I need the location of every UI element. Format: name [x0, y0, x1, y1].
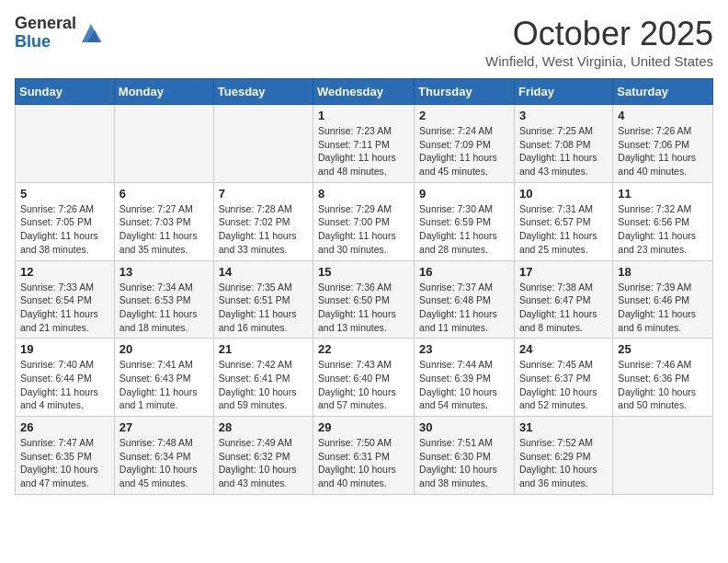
day-number: 20: [119, 342, 209, 356]
day-number: 27: [119, 420, 209, 434]
calendar-cell: 19Sunrise: 7:40 AMSunset: 6:44 PMDayligh…: [16, 339, 115, 417]
day-info: Sunrise: 7:38 AMSunset: 6:47 PMDaylight:…: [519, 281, 608, 335]
day-info: Sunrise: 7:31 AMSunset: 6:57 PMDaylight:…: [519, 202, 608, 257]
day-number: 19: [20, 342, 109, 356]
day-info: Sunrise: 7:48 AMSunset: 6:34 PMDaylight:…: [119, 436, 209, 490]
calendar-cell: 27Sunrise: 7:48 AMSunset: 6:34 PMDayligh…: [114, 417, 213, 495]
day-info: Sunrise: 7:45 AMSunset: 6:37 PMDaylight:…: [519, 358, 608, 412]
calendar-cell: 10Sunrise: 7:31 AMSunset: 6:57 PMDayligh…: [514, 182, 612, 260]
day-number: 25: [618, 342, 708, 356]
day-info: Sunrise: 7:27 AMSunset: 7:03 PMDaylight:…: [119, 202, 209, 257]
header-day-tuesday: Tuesday: [213, 79, 313, 105]
day-info: Sunrise: 7:35 AMSunset: 6:51 PMDaylight:…: [219, 281, 308, 335]
day-number: 5: [20, 187, 109, 201]
day-info: Sunrise: 7:43 AMSunset: 6:40 PMDaylight:…: [318, 358, 409, 412]
calendar-cell: 24Sunrise: 7:45 AMSunset: 6:37 PMDayligh…: [514, 339, 612, 417]
day-info: Sunrise: 7:44 AMSunset: 6:39 PMDaylight:…: [419, 358, 509, 412]
day-info: Sunrise: 7:24 AMSunset: 7:09 PMDaylight:…: [419, 124, 509, 178]
calendar-cell: 2Sunrise: 7:24 AMSunset: 7:09 PMDaylight…: [415, 105, 515, 183]
day-info: Sunrise: 7:23 AMSunset: 7:11 PMDaylight:…: [318, 124, 409, 178]
day-number: 14: [219, 265, 308, 279]
calendar-cell: 28Sunrise: 7:49 AMSunset: 6:32 PMDayligh…: [213, 417, 313, 495]
calendar-cell: [213, 105, 313, 183]
day-number: 10: [519, 187, 608, 201]
calendar-cell: 18Sunrise: 7:39 AMSunset: 6:46 PMDayligh…: [613, 260, 713, 339]
day-number: 24: [519, 342, 608, 356]
day-number: 26: [20, 420, 109, 434]
month-title: October 2025: [485, 15, 713, 53]
day-number: 9: [419, 187, 509, 201]
day-info: Sunrise: 7:50 AMSunset: 6:31 PMDaylight:…: [318, 436, 409, 490]
calendar-cell: [613, 417, 713, 495]
calendar-cell: 22Sunrise: 7:43 AMSunset: 6:40 PMDayligh…: [313, 339, 415, 417]
day-number: 29: [318, 420, 409, 434]
day-info: Sunrise: 7:52 AMSunset: 6:29 PMDaylight:…: [519, 436, 608, 490]
day-number: 3: [519, 109, 608, 122]
day-number: 11: [618, 187, 708, 201]
day-info: Sunrise: 7:32 AMSunset: 6:56 PMDaylight:…: [618, 202, 708, 257]
calendar-cell: 9Sunrise: 7:30 AMSunset: 6:59 PMDaylight…: [415, 182, 515, 260]
day-info: Sunrise: 7:26 AMSunset: 7:05 PMDaylight:…: [20, 202, 109, 257]
logo-general-text: General: [15, 15, 76, 33]
logo-blue-text: Blue: [15, 33, 76, 52]
day-info: Sunrise: 7:41 AMSunset: 6:43 PMDaylight:…: [119, 358, 209, 412]
day-number: 21: [219, 342, 308, 356]
day-number: 16: [419, 265, 509, 279]
calendar-cell: 26Sunrise: 7:47 AMSunset: 6:35 PMDayligh…: [16, 417, 115, 495]
day-info: Sunrise: 7:33 AMSunset: 6:54 PMDaylight:…: [20, 281, 109, 335]
day-number: 31: [519, 420, 608, 434]
location-text: Winfield, West Virginia, United States: [485, 53, 713, 69]
header-day-monday: Monday: [114, 79, 213, 105]
day-number: 12: [20, 265, 109, 279]
week-row-1: 5Sunrise: 7:26 AMSunset: 7:05 PMDaylight…: [16, 182, 713, 260]
header-day-sunday: Sunday: [16, 79, 115, 105]
day-info: Sunrise: 7:25 AMSunset: 7:08 PMDaylight:…: [519, 124, 608, 178]
day-number: 17: [519, 265, 608, 279]
week-row-3: 19Sunrise: 7:40 AMSunset: 6:44 PMDayligh…: [16, 339, 713, 417]
day-info: Sunrise: 7:30 AMSunset: 6:59 PMDaylight:…: [419, 202, 509, 257]
day-info: Sunrise: 7:29 AMSunset: 7:00 PMDaylight:…: [318, 202, 409, 257]
header-day-friday: Friday: [514, 79, 612, 105]
calendar-cell: 16Sunrise: 7:37 AMSunset: 6:48 PMDayligh…: [415, 260, 515, 339]
day-info: Sunrise: 7:37 AMSunset: 6:48 PMDaylight:…: [419, 281, 509, 335]
calendar-cell: 3Sunrise: 7:25 AMSunset: 7:08 PMDaylight…: [514, 105, 612, 183]
header-day-wednesday: Wednesday: [313, 79, 415, 105]
calendar-cell: 21Sunrise: 7:42 AMSunset: 6:41 PMDayligh…: [213, 339, 313, 417]
calendar-cell: 30Sunrise: 7:51 AMSunset: 6:30 PMDayligh…: [415, 417, 515, 495]
day-number: 8: [318, 187, 409, 201]
calendar-body: 1Sunrise: 7:23 AMSunset: 7:11 PMDaylight…: [16, 105, 713, 495]
title-block: October 2025 Winfield, West Virginia, Un…: [485, 15, 713, 69]
calendar-header: SundayMondayTuesdayWednesdayThursdayFrid…: [16, 79, 713, 105]
header-row: SundayMondayTuesdayWednesdayThursdayFrid…: [16, 79, 713, 105]
calendar-cell: 17Sunrise: 7:38 AMSunset: 6:47 PMDayligh…: [514, 260, 612, 339]
day-number: 6: [119, 187, 209, 201]
calendar-cell: 25Sunrise: 7:46 AMSunset: 6:36 PMDayligh…: [613, 339, 713, 417]
day-info: Sunrise: 7:26 AMSunset: 7:06 PMDaylight:…: [618, 124, 708, 178]
calendar-cell: 6Sunrise: 7:27 AMSunset: 7:03 PMDaylight…: [114, 182, 213, 260]
day-info: Sunrise: 7:47 AMSunset: 6:35 PMDaylight:…: [20, 436, 109, 490]
day-number: 13: [119, 265, 209, 279]
day-info: Sunrise: 7:40 AMSunset: 6:44 PMDaylight:…: [20, 358, 109, 412]
page-header: General Blue October 2025 Winfield, West…: [15, 15, 713, 69]
calendar-cell: 14Sunrise: 7:35 AMSunset: 6:51 PMDayligh…: [213, 260, 313, 339]
day-info: Sunrise: 7:28 AMSunset: 7:02 PMDaylight:…: [219, 202, 308, 257]
calendar-cell: 12Sunrise: 7:33 AMSunset: 6:54 PMDayligh…: [16, 260, 115, 339]
calendar-cell: 11Sunrise: 7:32 AMSunset: 6:56 PMDayligh…: [613, 182, 713, 260]
week-row-2: 12Sunrise: 7:33 AMSunset: 6:54 PMDayligh…: [16, 260, 713, 339]
calendar-cell: 15Sunrise: 7:36 AMSunset: 6:50 PMDayligh…: [313, 260, 415, 339]
day-number: 4: [618, 109, 708, 122]
calendar-cell: 29Sunrise: 7:50 AMSunset: 6:31 PMDayligh…: [313, 417, 415, 495]
day-info: Sunrise: 7:42 AMSunset: 6:41 PMDaylight:…: [219, 358, 308, 412]
calendar-cell: 20Sunrise: 7:41 AMSunset: 6:43 PMDayligh…: [114, 339, 213, 417]
calendar-cell: 8Sunrise: 7:29 AMSunset: 7:00 PMDaylight…: [313, 182, 415, 260]
calendar-cell: 23Sunrise: 7:44 AMSunset: 6:39 PMDayligh…: [415, 339, 515, 417]
calendar-cell: 4Sunrise: 7:26 AMSunset: 7:06 PMDaylight…: [613, 105, 713, 183]
calendar-cell: 5Sunrise: 7:26 AMSunset: 7:05 PMDaylight…: [16, 182, 115, 260]
header-day-saturday: Saturday: [613, 79, 713, 105]
week-row-4: 26Sunrise: 7:47 AMSunset: 6:35 PMDayligh…: [16, 417, 713, 495]
day-number: 22: [318, 342, 409, 356]
day-info: Sunrise: 7:36 AMSunset: 6:50 PMDaylight:…: [318, 281, 409, 335]
calendar-cell: 31Sunrise: 7:52 AMSunset: 6:29 PMDayligh…: [514, 417, 612, 495]
day-number: 15: [318, 265, 409, 279]
week-row-0: 1Sunrise: 7:23 AMSunset: 7:11 PMDaylight…: [16, 105, 713, 183]
